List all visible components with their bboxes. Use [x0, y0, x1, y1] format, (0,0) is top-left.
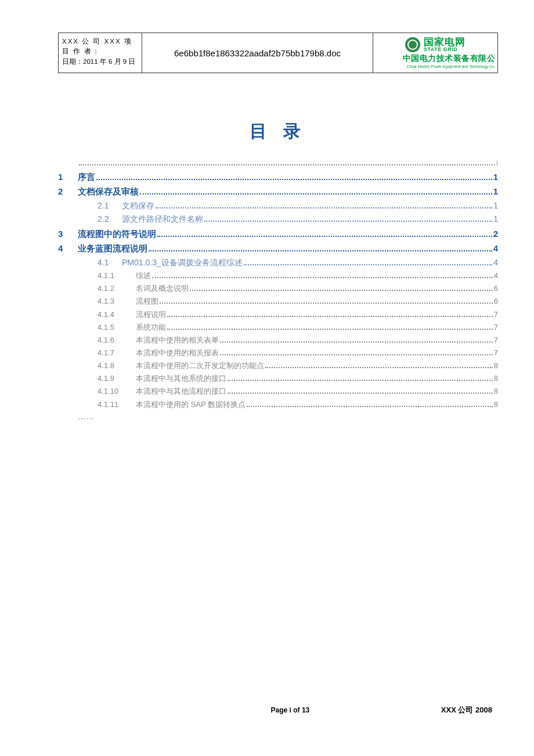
toc-number: 2.1 — [98, 200, 122, 213]
toc-number: 4.1.8 — [98, 360, 136, 372]
toc-text: PM01.0.3_设备调拨业务流程综述 — [122, 257, 243, 269]
toc-text: 流程图中的符号说明 — [78, 227, 156, 240]
toc-text: 本流程中与其他流程的接口 — [136, 386, 226, 397]
toc-leader-dots — [247, 400, 493, 407]
toc-text: 本流程中使用的相关报表 — [136, 347, 219, 359]
toc-page-number: 4 — [494, 270, 498, 282]
footer-company-year: XXX 公司 2008 — [441, 705, 492, 715]
toc-row: 4.1PM01.0.3_设备调拨业务流程综述4 — [78, 257, 498, 269]
toc-number: 4.1.9 — [98, 373, 136, 384]
toc-leader-dots — [204, 215, 492, 222]
toc-leader-dots — [190, 285, 493, 291]
document-header: XXX 公 司 XXX 项 目 作 者： 日期：2011 年 6 月 9 日 6… — [58, 33, 498, 73]
toc-leader-dots — [167, 323, 493, 330]
table-of-contents: i 1序言12文档保存及审核12.1文档保存12.2源文件路径和文件名称13流程… — [58, 157, 498, 421]
toc-number: 4.1.10 — [98, 386, 136, 397]
toc-page-number: 7 — [494, 347, 498, 359]
footer-page-number: Page i of 13 — [139, 706, 441, 714]
toc-row: 4.1.2名词及概念说明6 — [78, 283, 498, 294]
toc-page-number: 8 — [494, 386, 498, 397]
toc-row: 4.1.4流程说明7 — [78, 309, 498, 321]
toc-continuation: …… — [78, 412, 498, 421]
date-line: 日期：2011 年 6 月 9 日 — [62, 57, 138, 67]
logo-text-block: 国家电网 STATE GRID — [424, 37, 466, 52]
toc-text: 系统功能 — [136, 322, 166, 333]
header-logo-cell: 国家电网 STATE GRID 中国电力技术装备有限公 China Electr… — [373, 33, 497, 73]
toc-number: 4.1.3 — [98, 296, 136, 307]
toc-text: 文档保存 — [122, 200, 154, 213]
toc-text: 本流程中使用的相关表单 — [136, 334, 219, 346]
header-meta-cell: XXX 公 司 XXX 项 目 作 者： 日期：2011 年 6 月 9 日 — [59, 33, 142, 73]
toc-text: 流程图 — [136, 296, 158, 307]
page-footer: Page i of 13 XXX 公司 2008 — [58, 705, 498, 715]
toc-row: 4.1.9本流程中与其他系统的接口8 — [78, 373, 498, 384]
toc-row: 2.1文档保存1 — [78, 200, 498, 213]
toc-number: 4.1.4 — [98, 309, 136, 321]
toc-row: 3流程图中的符号说明2 — [58, 227, 498, 240]
toc-leader-dots — [220, 336, 493, 343]
toc-leader-dots — [160, 297, 493, 304]
toc-row: 4业务蓝图流程说明4 — [58, 242, 498, 255]
toc-page-number: 8 — [494, 360, 498, 372]
toc-number: 4.1.5 — [98, 322, 136, 333]
toc-text: 综述 — [136, 270, 151, 282]
toc-page-number: 1 — [493, 170, 498, 183]
sub-company-cn: 中国电力技术装备有限公 — [376, 53, 495, 64]
filename-text: 6e6bb1f8e1863322aadaf2b75bb179b8.doc — [174, 48, 341, 58]
toc-row: 4.1.3流程图6 — [78, 296, 498, 307]
toc-number: 4.1.11 — [98, 399, 136, 411]
toc-text: 源文件路径和文件名称 — [122, 213, 203, 226]
toc-text: 本流程中与其他系统的接口 — [136, 373, 226, 384]
toc-leader-dots — [156, 201, 492, 208]
toc-text: 本流程中使用的 SAP 数据转换点 — [136, 399, 246, 411]
toc-number: 4.1 — [98, 257, 122, 269]
toc-page-number: 7 — [494, 322, 498, 333]
toc-leader-dots — [96, 172, 492, 181]
toc-number: 2.2 — [98, 213, 122, 226]
toc-row: 4.1.10本流程中与其他流程的接口8 — [78, 386, 498, 397]
toc-text: 业务蓝图流程说明 — [78, 242, 147, 255]
toc-number: 1 — [58, 170, 78, 183]
sub-company-en: China Electric Power Equipment and Techn… — [376, 65, 495, 69]
toc-leader-dots — [152, 272, 493, 279]
toc-leader-dots — [244, 258, 492, 265]
toc-row: 4.1.1综述4 — [78, 270, 498, 282]
toc-leader-dots — [220, 348, 493, 355]
toc-page-number: 1 — [493, 200, 498, 213]
toc-page-number: 7 — [494, 334, 498, 346]
toc-row: 4.1.6本流程中使用的相关表单7 — [78, 334, 498, 346]
toc-text: 本流程中使用的二次开发定制的功能点 — [136, 360, 264, 372]
toc-page-number: 7 — [494, 309, 498, 321]
toc-number: 2 — [58, 185, 78, 198]
toc-page-number: 8 — [494, 399, 498, 411]
toc-leader-dots — [157, 229, 492, 237]
toc-page-number: 2 — [493, 227, 498, 240]
toc-number: 3 — [58, 227, 78, 240]
toc-text: 名词及概念说明 — [136, 283, 189, 294]
toc-text: 文档保存及审核 — [78, 185, 139, 198]
toc-row: 2.2源文件路径和文件名称1 — [78, 213, 498, 226]
toc-number: 4 — [58, 242, 78, 255]
toc-page-number: i — [496, 157, 498, 169]
toc-title: 目 录 — [58, 120, 498, 143]
toc-leader-dots — [265, 362, 493, 369]
logo-cn: 国家电网 — [424, 37, 466, 47]
company-project-line: XXX 公 司 XXX 项 目 作 者： — [62, 37, 138, 57]
toc-page-number: 8 — [494, 373, 498, 384]
logo-row: 国家电网 STATE GRID — [405, 37, 466, 52]
toc-number: 4.1.7 — [98, 347, 136, 359]
toc-leader-dots — [149, 244, 492, 252]
toc-row: 2文档保存及审核1 — [58, 185, 498, 198]
toc-row: 4.1.11本流程中使用的 SAP 数据转换点8 — [78, 399, 498, 411]
toc-row: 4.1.7本流程中使用的相关报表7 — [78, 347, 498, 359]
toc-leader-dots — [228, 375, 493, 381]
toc-page-number: 1 — [493, 213, 498, 226]
header-filename-cell: 6e6bb1f8e1863322aadaf2b75bb179b8.doc — [142, 33, 373, 73]
toc-row: 1序言1 — [58, 170, 498, 183]
toc-page-number: 4 — [493, 242, 498, 255]
page-body: XXX 公 司 XXX 项 目 作 者： 日期：2011 年 6 月 9 日 6… — [58, 33, 498, 715]
toc-row: 4.1.8本流程中使用的二次开发定制的功能点8 — [78, 360, 498, 372]
toc-leader-dots — [167, 310, 493, 317]
toc-row: 4.1.5系统功能7 — [78, 322, 498, 333]
toc-page-number: 6 — [494, 283, 498, 294]
